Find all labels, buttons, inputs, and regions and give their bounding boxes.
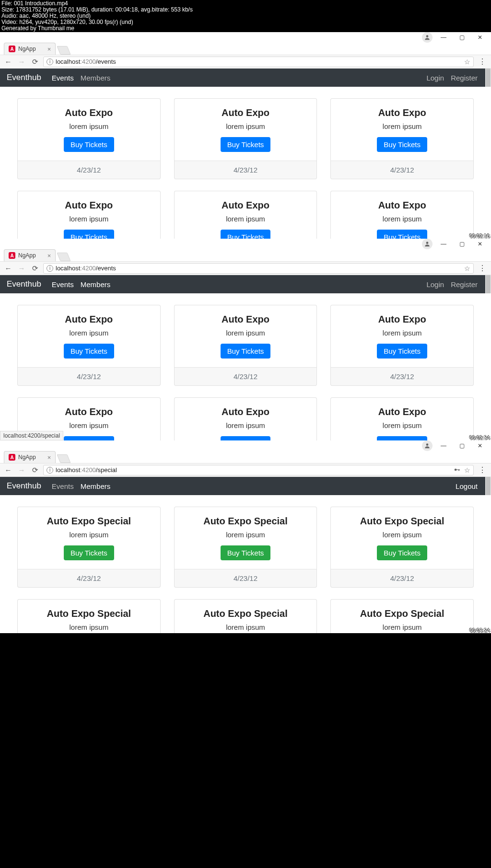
buy-tickets-button[interactable]: Buy Tickets (221, 545, 271, 560)
thumbnail-frame-1: — ▢ ✕ A NgApp × ← → ⟳ i localhost:4200/e… (0, 32, 491, 239)
buy-tickets-button[interactable]: Buy Tickets (221, 230, 271, 239)
browser-menu-icon[interactable]: ⋮ (477, 465, 488, 475)
buy-tickets-button[interactable]: Buy Tickets (221, 137, 271, 152)
events-grid: Auto Expo lorem ipsum Buy Tickets 4/23/1… (0, 293, 491, 440)
bookmark-star-icon[interactable]: ☆ (464, 466, 470, 474)
window-titlebar: — ▢ ✕ (0, 32, 491, 42)
nav-link-members[interactable]: Members (81, 280, 111, 289)
buy-tickets-button[interactable]: Buy Tickets (64, 137, 114, 152)
buy-tickets-button[interactable]: Buy Tickets (64, 436, 114, 440)
maximize-button[interactable]: ▢ (453, 441, 471, 450)
buy-tickets-button[interactable]: Buy Tickets (64, 230, 114, 239)
event-card: Auto Expo lorem ipsum Buy Tickets (330, 191, 474, 239)
window-titlebar: — ▢ ✕ (0, 440, 491, 451)
reload-button[interactable]: ⟳ (30, 57, 40, 67)
nav-link-members[interactable]: Members (81, 482, 111, 490)
nav-link-register[interactable]: Register (451, 280, 478, 289)
profile-icon[interactable] (422, 32, 433, 43)
event-title: Auto Expo Special (338, 516, 467, 527)
new-tab-button[interactable] (57, 253, 71, 261)
site-info-icon[interactable]: i (47, 58, 53, 65)
url-host: localhost (56, 466, 80, 474)
nav-link-login[interactable]: Login (426, 280, 444, 289)
new-tab-button[interactable] (57, 454, 71, 463)
angular-favicon-icon: A (9, 454, 15, 461)
event-card: Auto Expo lorem ipsum Buy Tickets 4/23/1… (174, 305, 317, 386)
back-button[interactable]: ← (3, 263, 13, 274)
buy-tickets-button[interactable]: Buy Tickets (377, 230, 427, 239)
profile-icon[interactable] (422, 239, 433, 249)
nav-link-events[interactable]: Events (52, 482, 74, 490)
reload-button[interactable]: ⟳ (30, 465, 40, 475)
minimize-button[interactable]: — (434, 441, 453, 450)
timestamp-overlay: 00:02:16 (469, 233, 490, 239)
browser-menu-icon[interactable]: ⋮ (477, 264, 488, 273)
browser-tab[interactable]: A NgApp × (4, 249, 56, 261)
event-description: lorem ipsum (24, 122, 153, 130)
event-description: lorem ipsum (181, 215, 310, 223)
event-description: lorem ipsum (24, 329, 153, 337)
address-bar[interactable]: i localhost:4200/events ☆ (43, 57, 474, 67)
bookmark-star-icon[interactable]: ☆ (464, 265, 470, 272)
forward-button[interactable]: → (16, 465, 27, 475)
back-button[interactable]: ← (3, 57, 13, 67)
minimize-button[interactable]: — (434, 239, 453, 248)
buy-tickets-button[interactable]: Buy Tickets (377, 436, 427, 440)
forward-button[interactable]: → (16, 263, 27, 274)
event-date: 4/23/12 (331, 569, 473, 587)
brand-logo[interactable]: Eventhub (7, 73, 41, 82)
key-icon[interactable] (454, 466, 460, 473)
site-info-icon[interactable]: i (47, 467, 53, 474)
browser-tab[interactable]: A NgApp × (4, 451, 56, 463)
bookmark-star-icon[interactable]: ☆ (464, 58, 470, 66)
event-card: Auto Expo lorem ipsum Buy Tickets 4/23/1… (17, 98, 161, 179)
event-title: Auto Expo (338, 314, 467, 325)
window-titlebar: — ▢ ✕ (0, 239, 491, 249)
minimize-button[interactable]: — (434, 33, 453, 42)
profile-icon[interactable] (422, 440, 433, 451)
close-button[interactable]: ✕ (471, 33, 489, 42)
event-description: lorem ipsum (24, 421, 153, 429)
nav-link-logout[interactable]: Logout (456, 482, 478, 490)
nav-link-register[interactable]: Register (451, 74, 478, 82)
tab-close-icon[interactable]: × (47, 454, 51, 461)
browser-menu-icon[interactable]: ⋮ (477, 57, 488, 66)
reload-button[interactable]: ⟳ (30, 263, 40, 274)
nav-link-events[interactable]: Events (52, 74, 74, 82)
buy-tickets-button[interactable]: Buy Tickets (221, 344, 271, 359)
event-card: Auto Expo lorem ipsum Buy Tickets (174, 191, 317, 239)
close-button[interactable]: ✕ (471, 239, 489, 248)
event-title: Auto Expo (181, 107, 310, 118)
buy-tickets-button[interactable]: Buy Tickets (221, 436, 271, 440)
nav-link-members[interactable]: Members (81, 74, 111, 82)
events-grid: Auto Expo Special lorem ipsum Buy Ticket… (0, 495, 491, 633)
browser-tab[interactable]: A NgApp × (4, 43, 56, 55)
address-bar[interactable]: i localhost:4200/special ☆ (43, 465, 474, 475)
forward-button[interactable]: → (16, 57, 27, 67)
event-date: 4/23/12 (331, 367, 473, 385)
tab-close-icon[interactable]: × (47, 46, 51, 53)
buy-tickets-button[interactable]: Buy Tickets (377, 344, 427, 359)
buy-tickets-button[interactable]: Buy Tickets (64, 545, 114, 560)
event-title: Auto Expo (181, 314, 310, 325)
buy-tickets-button[interactable]: Buy Tickets (64, 344, 114, 359)
address-bar[interactable]: i localhost:4200/events ☆ (43, 263, 474, 274)
back-button[interactable]: ← (3, 465, 13, 475)
buy-tickets-button[interactable]: Buy Tickets (377, 545, 427, 560)
tab-close-icon[interactable]: × (47, 252, 51, 259)
buy-tickets-button[interactable]: Buy Tickets (377, 137, 427, 152)
maximize-button[interactable]: ▢ (453, 239, 471, 248)
site-info-icon[interactable]: i (47, 265, 53, 272)
nav-link-login[interactable]: Login (426, 74, 444, 82)
thumbnail-frame-2: — ▢ ✕ A NgApp × ← → ⟳ i localhost:4200/e… (0, 239, 491, 440)
new-tab-button[interactable] (57, 46, 71, 55)
event-date: 4/23/12 (175, 569, 317, 587)
close-button[interactable]: ✕ (471, 441, 489, 450)
maximize-button[interactable]: ▢ (453, 33, 471, 42)
nav-link-events[interactable]: Events (52, 280, 74, 289)
event-title: Auto Expo (24, 107, 153, 118)
event-date: 4/23/12 (18, 161, 160, 179)
brand-logo[interactable]: Eventhub (7, 279, 41, 289)
event-title: Auto Expo Special (181, 608, 310, 619)
brand-logo[interactable]: Eventhub (7, 481, 41, 491)
